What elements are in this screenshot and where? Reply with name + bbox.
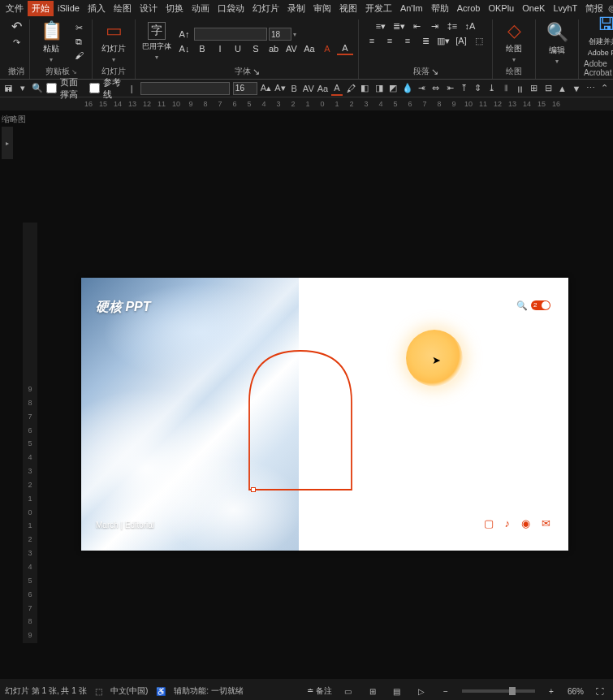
tab-draw[interactable]: 绘图 xyxy=(110,1,136,16)
case-icon[interactable]: Aa xyxy=(301,42,317,55)
zoom-out-icon[interactable]: − xyxy=(438,685,454,698)
tab-record[interactable]: 录制 xyxy=(283,1,309,16)
tab-developer[interactable]: 开发工 xyxy=(361,1,396,16)
tiktok-icon[interactable]: ♪ xyxy=(505,517,511,529)
qat-align-m-icon[interactable]: ⇕ xyxy=(473,81,483,96)
sorter-view-icon[interactable]: ⊞ xyxy=(365,685,381,698)
search-small-icon[interactable]: 🔍 xyxy=(516,300,528,311)
qat-align-r-icon[interactable]: ⤜ xyxy=(444,81,455,96)
underline-icon[interactable]: U xyxy=(230,42,246,55)
qat-size-combo[interactable] xyxy=(233,82,257,95)
edit-vertex-handle[interactable] xyxy=(251,487,256,492)
qat-align-b-icon[interactable]: ⤓ xyxy=(486,81,497,96)
qat-grow-font-icon[interactable]: A▴ xyxy=(261,81,271,96)
reuse-font-button[interactable]: 字 巴用字体 ▾ xyxy=(140,19,173,64)
reading-view-icon[interactable]: ▤ xyxy=(389,685,405,698)
qat-shrink-font-icon[interactable]: A▾ xyxy=(274,81,285,96)
qat-spacing-icon[interactable]: AV xyxy=(303,81,314,96)
qat-icon-2[interactable]: ◨ xyxy=(373,81,384,96)
accessibility-icon[interactable]: ♿ xyxy=(156,687,166,696)
qat-group-icon[interactable]: ⊞ xyxy=(529,81,539,96)
qat-dropdown-icon[interactable]: ▾ xyxy=(17,81,28,96)
qat-backward-icon[interactable]: ▼ xyxy=(571,81,581,96)
qat-align-l-icon[interactable]: ⤛ xyxy=(417,81,427,96)
zoom-in-icon[interactable]: + xyxy=(543,685,559,698)
zoom-value[interactable]: 66% xyxy=(568,687,584,696)
font-family-combo[interactable] xyxy=(194,28,267,41)
align-text-icon[interactable]: [A] xyxy=(453,34,469,47)
tab-help[interactable]: 帮助 xyxy=(427,1,453,16)
editing-button[interactable]: 🔍 编辑 ▾ xyxy=(541,20,573,66)
normal-view-icon[interactable]: ▭ xyxy=(340,685,356,698)
justify-icon[interactable]: ≣ xyxy=(417,34,434,47)
qat-color-icon[interactable]: A xyxy=(331,81,342,96)
numbering-icon[interactable]: ≣▾ xyxy=(391,19,407,32)
indent-left-icon[interactable]: ⇤ xyxy=(408,19,425,32)
qat-dist-h-icon[interactable]: ⫴ xyxy=(501,81,512,96)
notes-button[interactable]: ≐ 备注 xyxy=(307,685,332,697)
weibo-icon[interactable]: ◉ xyxy=(521,517,530,529)
lang-label[interactable]: 中文(中国) xyxy=(110,685,149,697)
indent-right-icon[interactable]: ⇥ xyxy=(426,19,442,32)
qat-font-combo[interactable] xyxy=(140,82,230,95)
bullets-icon[interactable]: ≡▾ xyxy=(373,19,389,32)
tab-insert[interactable]: 插入 xyxy=(84,1,110,16)
qat-ungroup-icon[interactable]: ⊟ xyxy=(543,81,554,96)
qat-find-icon[interactable]: 🔍 xyxy=(32,81,43,96)
format-painter-icon[interactable]: 🖌 xyxy=(71,49,87,62)
font-launcher-icon[interactable]: ↘ xyxy=(253,67,260,77)
qat-dist-v-icon[interactable]: ⫼ xyxy=(515,81,525,96)
shadow-icon[interactable]: ab xyxy=(265,42,282,55)
qat-forward-icon[interactable]: ▲ xyxy=(557,81,568,96)
bilibili-icon[interactable]: ▢ xyxy=(484,517,494,529)
launcher-icon[interactable]: ↘ xyxy=(71,68,77,76)
outline-label[interactable]: 缩略图 xyxy=(2,114,26,125)
slide-canvas[interactable]: 硬核 PPT March | Editorial ➤ 2 🔍 ▢ ♪ ◉ ✉ xyxy=(81,278,568,551)
new-slide-button[interactable]: ▭ 幻灯片 ▾ xyxy=(97,19,130,64)
line-spacing-icon[interactable]: ‡≡ xyxy=(444,19,460,32)
undo-icon[interactable]: ↶ xyxy=(8,19,24,32)
drawing-button[interactable]: ◇ 绘图 ▾ xyxy=(498,19,530,64)
brand-text[interactable]: 硬核 PPT xyxy=(96,299,151,316)
paste-button[interactable]: 📋 粘贴 ▾ xyxy=(35,19,67,64)
arch-shape[interactable] xyxy=(248,349,353,491)
tab-islide[interactable]: iSlide xyxy=(54,2,84,15)
tab-animation[interactable]: 动画 xyxy=(188,1,214,16)
slide-workspace[interactable]: ▸ 缩略图 9876543210123456789 硬核 PPT March |… xyxy=(0,110,613,679)
qat-eyedropper-icon[interactable]: 💧 xyxy=(402,81,413,96)
guides-checkbox[interactable] xyxy=(89,83,100,93)
tab-design[interactable]: 设计 xyxy=(136,1,162,16)
thumbnail-pane-toggle[interactable]: ▸ xyxy=(2,127,13,159)
tab-view[interactable]: 视图 xyxy=(335,1,361,16)
spacing-icon[interactable]: AV xyxy=(283,42,300,55)
toggle-switch[interactable]: 2 xyxy=(531,300,550,310)
qat-more-icon[interactable]: ⋯ xyxy=(585,81,596,96)
qat-highlight-icon[interactable]: 🖍 xyxy=(346,81,356,96)
copy-icon[interactable]: ⧉ xyxy=(71,35,87,48)
qat-bold-icon[interactable]: B xyxy=(289,81,300,96)
para-launcher-icon[interactable]: ↘ xyxy=(431,67,438,77)
tab-pocket[interactable]: 口袋动 xyxy=(214,1,248,16)
clear-format-icon[interactable]: A xyxy=(319,42,335,55)
align-right-icon[interactable]: ≡ xyxy=(399,34,416,47)
tab-acrobat[interactable]: Acrob xyxy=(453,2,485,15)
tab-transition[interactable]: 切换 xyxy=(162,1,188,16)
qat-icon-3[interactable]: ◩ xyxy=(387,81,398,96)
zoom-slider[interactable] xyxy=(462,689,535,693)
qat-save-icon[interactable]: 🖬 xyxy=(3,81,14,96)
tab-lvyh[interactable]: LvyhT xyxy=(549,2,581,15)
font-color-icon[interactable]: A xyxy=(337,42,353,55)
text-direction-icon[interactable]: ↕A xyxy=(462,19,478,32)
columns-icon[interactable]: ▥▾ xyxy=(435,34,451,47)
align-left-icon[interactable]: ≡ xyxy=(364,34,380,47)
slideshow-view-icon[interactable]: ▷ xyxy=(413,685,430,698)
tab-home[interactable]: 开始 xyxy=(28,1,54,16)
tab-review[interactable]: 审阅 xyxy=(309,1,335,16)
qat-align-c-icon[interactable]: ⇔ xyxy=(430,81,441,96)
fit-window-icon[interactable]: ⛶ xyxy=(592,685,608,698)
wechat-icon[interactable]: ✉ xyxy=(542,517,550,529)
tab-slides[interactable]: 幻灯片 xyxy=(248,1,283,16)
increase-font-icon[interactable]: A↑ xyxy=(176,28,192,41)
align-center-icon[interactable]: ≡ xyxy=(382,34,398,47)
lang-icon[interactable]: ⬚ xyxy=(95,687,102,696)
